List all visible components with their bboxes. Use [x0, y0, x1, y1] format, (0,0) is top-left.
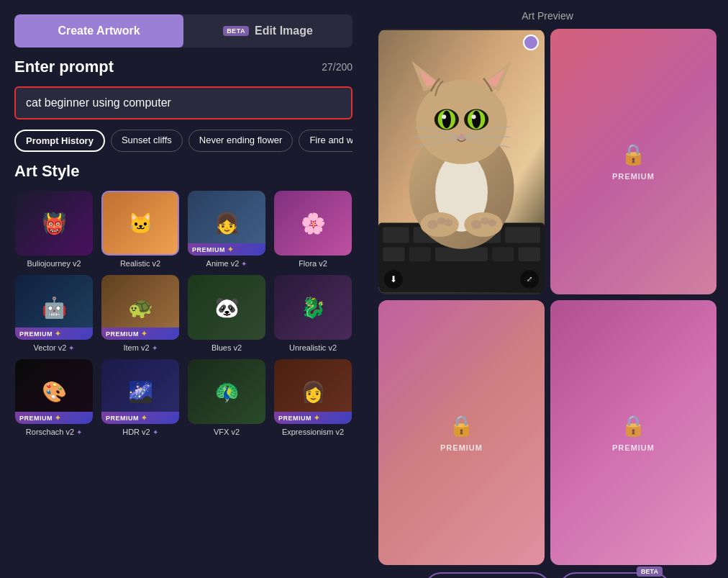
selected-indicator [523, 35, 539, 50]
svg-point-34 [420, 212, 458, 237]
art-thumb-hdr: 🌌 PREMIUM ✦ [101, 359, 179, 424]
lock-icon-1: 🔒 [621, 143, 646, 166]
svg-point-38 [444, 220, 452, 227]
art-item-hdr[interactable]: 🌌 PREMIUM ✦ HDR v2 ✦ [101, 359, 180, 436]
art-label-vector: Vector v2 ✦ [34, 343, 75, 352]
svg-point-14 [416, 80, 506, 164]
edit-beta-badge: BETA [637, 566, 663, 577]
art-label-flora: Flora v2 [299, 259, 327, 268]
prompt-title: Enter prompt [14, 58, 114, 76]
art-label-unrealistic: Unrealistic v2 [289, 343, 337, 352]
art-item-item[interactable]: 🐢 PREMIUM ✦ Item v2 ✦ [101, 275, 180, 352]
preview-premium-1[interactable]: 🔒 PREMIUM [550, 29, 716, 294]
art-label-anime: Anime v2 ✦ [206, 259, 247, 268]
art-thumb-buliojourney: 👹 [15, 191, 93, 256]
svg-point-41 [488, 220, 496, 227]
art-label-rorschach: Rorschach v2 ✦ [26, 428, 82, 436]
svg-rect-6 [505, 227, 540, 243]
art-thumb-blues: 🐼 [188, 275, 265, 340]
premium-overlay-item: PREMIUM ✦ [101, 328, 179, 340]
svg-rect-9 [435, 248, 488, 261]
art-style-title: Art Style [14, 162, 352, 181]
preview-main-image[interactable]: ⬇ ⤢ [378, 29, 545, 294]
art-item-vfx[interactable]: 🦚 VFX v2 [187, 359, 266, 436]
svg-point-24 [472, 111, 481, 128]
premium-label-2: PREMIUM [440, 443, 483, 452]
premium-overlay-hdr: PREMIUM ✦ [101, 412, 179, 424]
art-style-grid: 👹 Buliojourney v2 🐱 Realistic v2 👧 PREMI… [14, 191, 352, 436]
art-label-buliojourney: Buliojourney v2 [27, 259, 81, 268]
premium-label-3: PREMIUM [612, 443, 655, 452]
preview-grid: ⬇ ⤢ 🔒 PREMIUM 🔒 PREMIUM 🔒 PREMIUM [378, 29, 716, 565]
art-thumb-expressionism: 👩 PREMIUM ✦ [274, 359, 352, 424]
art-thumb-anime: 👧 PREMIUM ✦ [188, 191, 265, 256]
preview-premium-2[interactable]: 🔒 PREMIUM [378, 300, 545, 566]
lock-icon-3: 🔒 [621, 414, 646, 438]
premium-label-1: PREMIUM [612, 172, 655, 181]
svg-point-35 [464, 212, 502, 237]
art-item-vector[interactable]: 🤖 PREMIUM ✦ Vector v2 ✦ [14, 275, 94, 352]
cat-artwork-svg [378, 29, 545, 294]
chip-fire[interactable]: Fire and w [299, 130, 352, 152]
art-thumb-rorschach: 🎨 PREMIUM ✦ [15, 359, 93, 424]
svg-point-25 [442, 114, 446, 119]
preview-premium-3[interactable]: 🔒 PREMIUM [550, 300, 716, 566]
prompt-counter: 27/200 [322, 61, 352, 73]
svg-rect-7 [383, 248, 404, 261]
art-preview-title: Art Preview [378, 10, 716, 22]
art-item-unrealistic[interactable]: 🐉 Unrealistic v2 [273, 275, 352, 352]
download-button[interactable]: ⬇ [384, 270, 403, 289]
prompt-header: Enter prompt 27/200 [14, 58, 352, 76]
premium-overlay-expressionism: PREMIUM ✦ [274, 412, 352, 424]
tab-create-artwork[interactable]: Create Artwork [14, 14, 183, 48]
svg-point-36 [427, 220, 438, 229]
chips-row: Prompt History Sunset cliffs Never endin… [14, 130, 352, 152]
art-item-flora[interactable]: 🌸 Flora v2 [273, 191, 352, 268]
prompt-input[interactable] [14, 86, 352, 119]
edit-with-text-button[interactable]: BETA Edit with text [558, 572, 671, 578]
tab-edit-image[interactable]: BETA Edit Image [183, 14, 352, 48]
left-panel: Create Artwork BETA Edit Image Enter pro… [0, 0, 367, 578]
chip-flower[interactable]: Never ending flower [188, 130, 294, 152]
premium-overlay-rorschach: PREMIUM ✦ [15, 412, 93, 424]
bottom-buttons: Make variations BETA Edit with text [378, 572, 716, 578]
art-item-buliojourney[interactable]: 👹 Buliojourney v2 [14, 191, 94, 268]
svg-rect-11 [519, 248, 540, 261]
svg-rect-2 [383, 227, 409, 243]
art-thumb-item: 🐢 PREMIUM ✦ [101, 275, 179, 340]
art-thumb-unrealistic: 🐉 [274, 275, 352, 340]
beta-badge: BETA [223, 26, 249, 36]
art-item-anime[interactable]: 👧 PREMIUM ✦ Anime v2 ✦ [187, 191, 266, 268]
art-label-blues: Blues v2 [211, 343, 242, 352]
art-label-realistic: Realistic v2 [120, 259, 160, 268]
svg-point-39 [471, 220, 482, 229]
expand-button[interactable]: ⤢ [520, 270, 539, 289]
art-label-vfx: VFX v2 [214, 428, 240, 436]
svg-rect-10 [492, 248, 514, 261]
premium-overlay-vector: PREMIUM ✦ [15, 328, 93, 340]
art-item-blues[interactable]: 🐼 Blues v2 [187, 275, 266, 352]
art-item-realistic[interactable]: 🐱 Realistic v2 [101, 191, 180, 268]
svg-rect-8 [409, 248, 431, 261]
art-thumb-realistic: 🐱 [101, 191, 179, 256]
chip-prompt-history[interactable]: Prompt History [14, 130, 105, 152]
tab-bar: Create Artwork BETA Edit Image [14, 14, 352, 48]
chip-sunset[interactable]: Sunset cliffs [111, 130, 183, 152]
art-thumb-vector: 🤖 PREMIUM ✦ [15, 275, 93, 340]
premium-overlay-anime: PREMIUM ✦ [188, 243, 265, 256]
art-label-hdr: HDR v2 ✦ [122, 428, 158, 436]
art-label-expressionism: Expressionism v2 [282, 428, 344, 436]
art-item-expressionism[interactable]: 👩 PREMIUM ✦ Expressionism v2 [273, 359, 352, 436]
lock-icon-2: 🔒 [449, 414, 474, 438]
svg-point-23 [442, 111, 451, 128]
art-label-item: Item v2 ✦ [123, 343, 157, 352]
art-item-rorschach[interactable]: 🎨 PREMIUM ✦ Rorschach v2 ✦ [14, 359, 94, 436]
art-thumb-flora: 🌸 [274, 191, 352, 256]
make-variations-button[interactable]: Make variations [424, 572, 551, 578]
svg-point-26 [471, 114, 476, 119]
art-thumb-vfx: 🦚 [188, 359, 265, 424]
right-panel: Art Preview [367, 0, 728, 578]
